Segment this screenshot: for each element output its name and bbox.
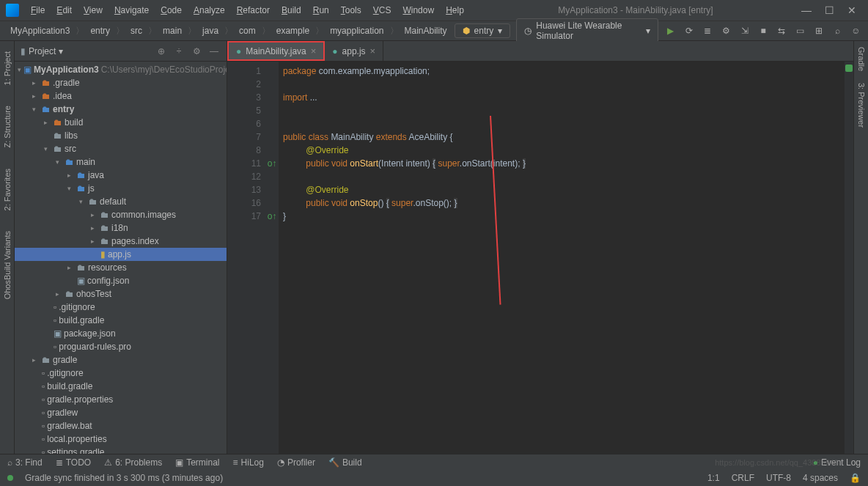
tree-item[interactable]: ▮ app.js [15, 248, 227, 261]
tree-item[interactable]: ▸🖿 .idea [15, 89, 227, 103]
breadcrumb-item[interactable]: MainAbility [400, 24, 452, 37]
select-opened-icon[interactable]: ⊕ [155, 46, 168, 56]
breadcrumb-item[interactable]: myapplication [326, 24, 388, 37]
tree-item[interactable]: ▾🖿 src [15, 142, 227, 155]
indent-setting[interactable]: 4 spaces [803, 473, 838, 483]
menu-refactor[interactable]: Refactor [231, 2, 276, 18]
tool-window-tab[interactable]: 1: Project [3, 48, 12, 88]
tool-window-tab[interactable]: OhosBuild Variants [3, 228, 12, 302]
tree-item[interactable]: ▸🖿 gradle [15, 353, 227, 367]
user-icon[interactable]: ☺ [850, 23, 862, 38]
device-dropdown[interactable]: ◷ Huawei Lite Wearable Simulator ▾ [516, 18, 658, 43]
close-tab-icon[interactable]: × [370, 45, 376, 56]
close-icon[interactable]: ✕ [847, 4, 856, 16]
editor-tab[interactable]: ●app.js× [325, 41, 383, 61]
tree-item[interactable]: ▾🖿 js [15, 182, 227, 195]
breadcrumb-item[interactable]: example [272, 24, 314, 37]
breadcrumb-item[interactable]: src [126, 24, 147, 37]
profiler-icon[interactable]: ⚙ [720, 23, 732, 38]
stop-icon[interactable]: ■ [757, 23, 769, 38]
editor-tab[interactable]: ●MainAbility.java× [227, 41, 325, 61]
editor-content[interactable]: 12356781112131617 o↑ o↑ package com.exam… [227, 62, 853, 454]
code-text[interactable]: package com.example.myapplication; impor… [279, 62, 845, 454]
menu-help[interactable]: Help [440, 2, 470, 18]
breadcrumb-item[interactable]: com [235, 24, 260, 37]
maximize-icon[interactable]: ☐ [825, 4, 834, 16]
menu-file[interactable]: File [25, 2, 51, 18]
sync-icon[interactable]: ⇆ [776, 23, 788, 38]
tree-item[interactable]: ▣ config.json [15, 274, 227, 287]
menu-edit[interactable]: Edit [51, 2, 78, 18]
tree-item[interactable]: ▫ gradlew.bat [15, 419, 227, 432]
expand-icon[interactable]: ÷ [172, 46, 185, 56]
tree-item[interactable]: ▸🖿 .gradle [15, 76, 227, 89]
menu-code[interactable]: Code [155, 2, 188, 18]
tool-window-tab[interactable]: Gradle [857, 41, 866, 77]
tree-item[interactable]: ▣ package.json [15, 327, 227, 340]
file-encoding[interactable]: UTF-8 [766, 473, 791, 483]
tree-item[interactable]: ▸🖿 java [15, 169, 227, 182]
menu-build[interactable]: Build [276, 2, 307, 18]
minimize-icon[interactable]: — [801, 4, 812, 16]
tree-item[interactable]: ▸🖿 build [15, 116, 227, 129]
project-tree[interactable]: ▾▣ MyApplication3 C:\Users\myj\DevEcoStu… [15, 62, 227, 454]
tree-item[interactable]: ▸🖿 resources [15, 261, 227, 274]
tree-item[interactable]: ▸🖿 ohosTest [15, 287, 227, 301]
menu-view[interactable]: View [78, 2, 108, 18]
caret-position[interactable]: 1:1 [707, 473, 720, 483]
coverage-icon[interactable]: ≣ [702, 23, 714, 38]
tree-item[interactable]: ▫ gradle.properties [15, 393, 227, 406]
tree-item[interactable]: ▫ build.gradle [15, 314, 227, 327]
gear-icon[interactable]: ⚙ [190, 46, 203, 56]
menu-analyze[interactable]: Analyze [188, 2, 231, 18]
breadcrumb-item[interactable]: entry [86, 24, 114, 37]
menu-navigate[interactable]: Navigate [108, 2, 155, 18]
tree-item[interactable]: ▫ settings.gradle [15, 446, 227, 454]
tree-item[interactable]: ▫ proguard-rules.pro [15, 340, 227, 353]
tree-item[interactable]: ▫ gradlew [15, 406, 227, 419]
close-tab-icon[interactable]: × [311, 45, 317, 56]
sdk-icon[interactable]: ⊞ [812, 23, 825, 38]
menu-run[interactable]: Run [307, 2, 335, 18]
tree-item[interactable]: ▫ build.gradle [15, 380, 227, 393]
tree-item[interactable]: ▸🖿 common.images [15, 208, 227, 221]
bottom-tool-hilog[interactable]: ≡HiLog [233, 457, 264, 468]
line-separator[interactable]: CRLF [732, 473, 754, 483]
tree-item[interactable]: ▾🖿 entry [15, 103, 227, 116]
bottom-tool-build[interactable]: 🔨Build [328, 457, 362, 468]
override-mark-icon[interactable]: o↑ [265, 157, 279, 170]
bottom-tool-3-find[interactable]: ⌕3: Find [7, 457, 43, 468]
project-view-selector[interactable]: ▮ Project ▾ [21, 46, 150, 56]
hide-icon[interactable]: — [207, 46, 221, 56]
tree-root[interactable]: ▾▣ MyApplication3 C:\Users\myj\DevEcoStu… [15, 63, 227, 76]
inspection-ok-icon[interactable] [845, 65, 853, 72]
breadcrumb-item[interactable]: java [198, 24, 223, 37]
bottom-tool-6-problems[interactable]: ⚠6: Problems [104, 457, 162, 468]
tree-item[interactable]: ▫ .gitignore [15, 367, 227, 380]
override-mark-icon[interactable]: o↑ [265, 210, 279, 223]
tree-item[interactable]: ▾🖿 main [15, 155, 227, 169]
tree-item[interactable]: ▸🖿 pages.index [15, 235, 227, 248]
tool-window-tab[interactable]: 3: Previewer [857, 77, 866, 133]
bottom-tool-terminal[interactable]: ▣Terminal [175, 457, 219, 468]
menu-window[interactable]: Window [397, 2, 440, 18]
tool-window-tab[interactable]: Z: Structure [3, 103, 12, 150]
run-config-dropdown[interactable]: ⬢ entry ▾ [455, 23, 511, 38]
attach-icon[interactable]: ⇲ [738, 23, 751, 38]
run-icon[interactable]: ▶ [664, 23, 677, 38]
tool-window-tab[interactable]: 2: Favorites [3, 166, 12, 213]
debug-icon[interactable]: ⟳ [683, 23, 695, 38]
bottom-tool-todo[interactable]: ≣TODO [56, 457, 91, 468]
lock-icon[interactable]: 🔒 [850, 473, 861, 483]
avd-icon[interactable]: ▭ [794, 23, 806, 38]
tree-item[interactable]: ▸🖿 i18n [15, 221, 227, 235]
breadcrumb-item[interactable]: main [158, 24, 186, 37]
menu-vcs[interactable]: VCS [367, 2, 397, 18]
tree-item[interactable]: ▾🖿 default [15, 195, 227, 208]
breadcrumb-item[interactable]: MyApplication3 [6, 24, 74, 37]
tree-item[interactable]: ▫ local.properties [15, 432, 227, 446]
bottom-tool-profiler[interactable]: ◔Profiler [277, 457, 315, 468]
search-icon[interactable]: ⌕ [831, 23, 844, 38]
tree-item[interactable]: ▫ .gitignore [15, 301, 227, 314]
menu-tools[interactable]: Tools [335, 2, 367, 18]
